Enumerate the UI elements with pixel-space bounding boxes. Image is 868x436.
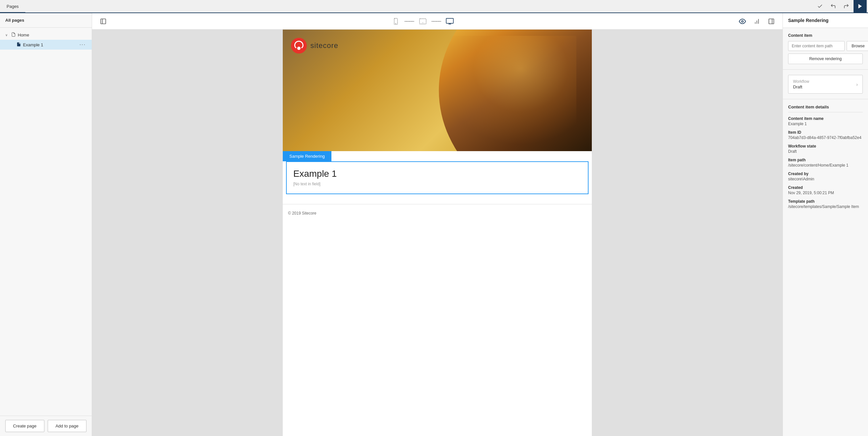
detail-label-workflow-state: Workflow state	[788, 144, 863, 148]
rendering-section: Sample Rendering Example 1 [No text in f…	[283, 151, 592, 194]
toolbar-right	[737, 15, 777, 27]
detail-label-name: Content item name	[788, 116, 863, 121]
detail-label-path: Item path	[788, 158, 863, 162]
undo-button[interactable]	[827, 0, 839, 12]
sidebar-footer: Create page Add to page	[0, 415, 92, 436]
device-separator	[404, 21, 414, 22]
sidebar-header: All pages	[0, 13, 92, 28]
redo-button[interactable]	[840, 0, 852, 12]
right-panel-header: Sample Rendering	[783, 13, 868, 28]
detail-row-id: Item ID 704ab7d3-d84a-4857-9742-7f0abfba…	[788, 130, 863, 140]
add-to-page-button[interactable]: Add to page	[48, 420, 87, 432]
content-item-details: Content item details Content item name E…	[783, 99, 868, 218]
canvas-toolbar	[92, 13, 782, 30]
sitecore-wordmark: sitecore	[310, 41, 338, 50]
chevron-icon: ∨	[5, 33, 9, 37]
workflow-section: Workflow Draft ›	[783, 70, 868, 99]
rendering-tab-label: Sample Rendering	[283, 151, 332, 161]
workflow-value: Draft	[793, 85, 809, 89]
check-button[interactable]	[814, 0, 826, 12]
mobile-view-button[interactable]	[390, 15, 402, 27]
top-bar: Pages	[0, 0, 868, 13]
detail-row-workflow-state: Workflow state Draft	[788, 144, 863, 154]
rendering-title: Example 1	[293, 169, 581, 179]
detail-value-name: Example 1	[788, 122, 863, 126]
detail-value-workflow-state: Draft	[788, 149, 863, 154]
svg-point-16	[291, 38, 307, 54]
device-separator-2	[431, 21, 441, 22]
page-icon	[11, 32, 16, 38]
detail-value-created-by: sitecore\Admin	[788, 177, 863, 181]
svg-rect-1	[101, 19, 106, 24]
toolbar-center	[109, 15, 737, 27]
workflow-card[interactable]: Workflow Draft ›	[788, 75, 863, 94]
main-layout: All pages ∨ Home › Example 1 ··· Create …	[0, 13, 868, 436]
detail-value-created: Nov 29, 2019, 5:00:21 PM	[788, 191, 863, 195]
preview-button[interactable]	[737, 15, 748, 27]
top-bar-actions	[814, 0, 868, 13]
more-options-button[interactable]: ···	[79, 42, 87, 48]
detail-row-template: Template path /sitecore/templates/Sample…	[788, 199, 863, 209]
canvas-area: sitecore Sample Rendering Example 1 [No …	[92, 13, 782, 436]
detail-row-path: Item path /sitecore/content/Home/Example…	[788, 158, 863, 168]
detail-value-template: /sitecore/templates/Sample/Sample Item	[788, 204, 863, 209]
play-button[interactable]	[854, 0, 867, 13]
detail-label-id: Item ID	[788, 130, 863, 135]
content-item-section-title: Content item	[788, 33, 863, 38]
canvas-footer: © 2019 Sitecore	[283, 204, 592, 222]
detail-value-id: 704ab7d3-d84a-4857-9742-7f0abfba52e4	[788, 135, 863, 140]
content-item-input[interactable]	[788, 41, 845, 51]
desktop-view-button[interactable]	[444, 15, 456, 27]
right-panel: Sample Rendering Content item Browse Rem…	[782, 13, 868, 436]
toolbar-left	[97, 15, 109, 27]
tablet-view-button[interactable]	[417, 15, 429, 27]
detail-label-created: Created	[788, 185, 863, 190]
workflow-chevron-icon: ›	[856, 82, 858, 87]
sidebar-item-home[interactable]: ∨ Home	[0, 30, 92, 40]
workflow-info: Workflow Draft	[793, 79, 809, 89]
canvas-scroll[interactable]: sitecore Sample Rendering Example 1 [No …	[92, 30, 782, 436]
home-label: Home	[18, 33, 87, 37]
canvas-page: sitecore Sample Rendering Example 1 [No …	[283, 30, 592, 436]
svg-point-17	[297, 47, 301, 50]
detail-label-created-by: Created by	[788, 171, 863, 176]
sidebar-item-example1[interactable]: › Example 1 ···	[0, 40, 92, 49]
rendering-content[interactable]: Example 1 [No text in field]	[286, 161, 589, 194]
create-page-button[interactable]: Create page	[5, 420, 44, 432]
detail-row-created: Created Nov 29, 2019, 5:00:21 PM	[788, 185, 863, 195]
sidebar: All pages ∨ Home › Example 1 ··· Create …	[0, 13, 92, 436]
sitecore-logo-icon	[291, 37, 307, 54]
svg-point-10	[741, 21, 743, 22]
example1-label: Example 1	[23, 42, 77, 47]
svg-rect-7	[446, 18, 454, 23]
rendering-subtitle: [No text in field]	[293, 182, 581, 186]
svg-marker-0	[859, 4, 862, 8]
remove-rendering-button[interactable]: Remove rendering	[788, 54, 863, 64]
collapse-sidebar-button[interactable]	[97, 15, 109, 27]
detail-label-template: Template path	[788, 199, 863, 204]
hero-logo: sitecore	[291, 37, 338, 54]
browse-button[interactable]: Browse	[847, 41, 868, 51]
hero-image: sitecore	[283, 30, 592, 151]
pages-tab[interactable]: Pages	[0, 0, 25, 13]
detail-row-name: Content item name Example 1	[788, 116, 863, 126]
detail-value-path: /sitecore/content/Home/Example 1	[788, 163, 863, 168]
sidebar-tree: ∨ Home › Example 1 ···	[0, 28, 92, 415]
svg-rect-5	[420, 19, 426, 24]
svg-rect-14	[769, 19, 774, 24]
page-icon	[17, 42, 21, 48]
content-item-row: Browse	[788, 41, 863, 51]
panel-toggle-button[interactable]	[766, 15, 777, 27]
content-item-section: Content item Browse Remove rendering	[783, 28, 868, 70]
analytics-button[interactable]	[751, 15, 763, 27]
hero-overlay	[437, 36, 577, 145]
details-section-title: Content item details	[788, 104, 863, 112]
workflow-label: Workflow	[793, 79, 809, 84]
detail-row-created-by: Created by sitecore\Admin	[788, 171, 863, 181]
